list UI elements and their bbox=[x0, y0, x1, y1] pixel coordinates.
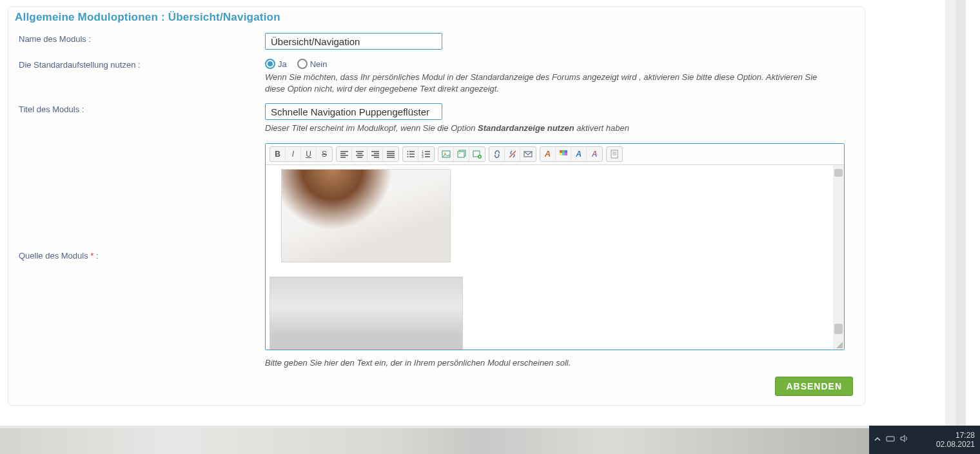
svg-rect-43 bbox=[562, 153, 565, 155]
align-left-button[interactable] bbox=[337, 147, 352, 161]
page-scrollbar[interactable] bbox=[945, 0, 956, 426]
unlink-button[interactable] bbox=[505, 147, 520, 161]
radio-no-label: Nein bbox=[310, 59, 328, 69]
svg-rect-45 bbox=[611, 150, 618, 158]
resize-handle-icon[interactable] bbox=[836, 342, 843, 348]
align-justify-button[interactable] bbox=[383, 147, 398, 161]
radio-yes-label: Ja bbox=[278, 59, 287, 69]
insert-image-add-button[interactable] bbox=[469, 147, 485, 161]
radio-no[interactable] bbox=[297, 59, 308, 69]
label-module-name: Name des Moduls : bbox=[15, 33, 265, 44]
module-title-input[interactable] bbox=[265, 103, 442, 120]
desktop-wallpaper bbox=[0, 426, 869, 454]
editor-hint: Bitte geben Sie hier den Text ein, der i… bbox=[265, 358, 858, 368]
chevron-up-icon[interactable] bbox=[874, 435, 881, 444]
font-size-button[interactable]: A bbox=[571, 147, 587, 161]
align-right-button[interactable] bbox=[368, 147, 383, 161]
svg-rect-40 bbox=[562, 150, 565, 153]
svg-point-16 bbox=[407, 151, 408, 152]
svg-line-37 bbox=[509, 151, 516, 157]
insert-image-button[interactable] bbox=[438, 147, 454, 161]
scroll-arrow-up-icon[interactable] bbox=[834, 169, 843, 177]
svg-point-32 bbox=[459, 153, 460, 154]
editor-image-1[interactable] bbox=[281, 169, 451, 262]
rich-text-editor: B I U S bbox=[265, 143, 845, 350]
volume-icon[interactable] bbox=[900, 435, 909, 444]
heading-module-name: Übersicht/Navigation bbox=[168, 11, 280, 23]
desktop-strip: 17:28 02.08.2021 bbox=[0, 426, 980, 454]
svg-text:3: 3 bbox=[422, 154, 424, 158]
editor-image-2[interactable] bbox=[270, 277, 463, 350]
editor-scrollbar[interactable] bbox=[833, 165, 844, 350]
module-options-panel: Allgemeine Moduloptionen : Übersicht/Nav… bbox=[8, 6, 865, 406]
italic-button[interactable]: I bbox=[286, 147, 301, 161]
unordered-list-button[interactable] bbox=[403, 147, 418, 161]
svg-point-18 bbox=[407, 156, 408, 157]
std-layout-description: Wenn Sie möchten, dass Ihr persönliches … bbox=[265, 72, 832, 94]
taskbar-clock[interactable]: 17:28 02.08.2021 bbox=[936, 431, 975, 449]
keyboard-icon[interactable] bbox=[886, 435, 895, 444]
label-std-layout: Die Standardaufstellung nutzen : bbox=[15, 59, 265, 70]
link-button[interactable] bbox=[489, 147, 505, 161]
title-desc-post: aktivert haben bbox=[574, 123, 629, 133]
title-desc-strong: Standardanzeige nutzen bbox=[478, 123, 574, 133]
clock-time: 17:28 bbox=[936, 431, 975, 440]
svg-rect-42 bbox=[560, 153, 562, 155]
svg-point-17 bbox=[407, 153, 408, 155]
insert-image-gallery-button[interactable] bbox=[454, 147, 469, 161]
panel-heading: Allgemeine Moduloptionen : Übersicht/Nav… bbox=[15, 11, 858, 24]
clock-date: 02.08.2021 bbox=[936, 440, 975, 449]
editor-content-area[interactable] bbox=[266, 165, 844, 350]
svg-rect-31 bbox=[458, 152, 464, 157]
svg-rect-44 bbox=[565, 153, 567, 155]
underline-button[interactable]: U bbox=[301, 147, 317, 161]
font-style-button[interactable]: A bbox=[587, 147, 602, 161]
module-name-input[interactable] bbox=[265, 33, 442, 50]
taskbar-tray: 17:28 02.08.2021 bbox=[869, 426, 980, 454]
scroll-thumb[interactable] bbox=[834, 324, 843, 334]
label-module-source: Quelle des Moduls * : bbox=[15, 250, 265, 261]
page-scroll-thumb[interactable] bbox=[946, 0, 955, 121]
radio-yes[interactable] bbox=[265, 59, 275, 69]
title-desc-pre: Dieser Titel erscheint im Modulkopf, wen… bbox=[265, 123, 478, 133]
ordered-list-button[interactable]: 123 bbox=[418, 147, 434, 161]
bold-button[interactable]: B bbox=[270, 147, 286, 161]
align-center-button[interactable] bbox=[352, 147, 368, 161]
source-button[interactable] bbox=[607, 147, 622, 161]
email-button[interactable] bbox=[520, 147, 536, 161]
editor-toolbar: B I U S bbox=[266, 144, 844, 165]
submit-button[interactable]: ABSENDEN bbox=[775, 377, 853, 396]
remove-format-button[interactable]: A bbox=[540, 147, 556, 161]
color-picker-button[interactable] bbox=[556, 147, 571, 161]
svg-rect-41 bbox=[565, 150, 567, 153]
heading-prefix: Allgemeine Moduloptionen : bbox=[15, 11, 168, 23]
svg-rect-49 bbox=[887, 437, 894, 441]
strike-button[interactable]: S bbox=[317, 147, 332, 161]
radio-yes-wrap[interactable]: Ja bbox=[265, 59, 287, 69]
svg-rect-39 bbox=[560, 150, 562, 153]
radio-no-wrap[interactable]: Nein bbox=[297, 59, 328, 69]
label-module-title: Titel des Moduls : bbox=[15, 103, 265, 114]
